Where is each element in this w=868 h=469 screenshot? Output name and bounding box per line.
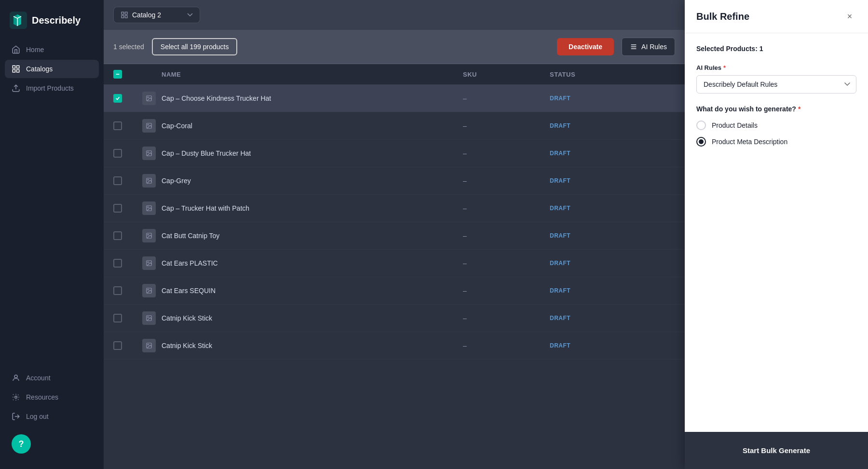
product-thumb-icon <box>146 122 152 129</box>
row-checkbox[interactable] <box>113 231 122 240</box>
row-status: DRAFT <box>550 287 637 294</box>
table-row[interactable]: Cat Butt Catnip Toy – DRAFT <box>104 222 685 250</box>
row-checkbox[interactable] <box>113 204 122 213</box>
row-thumb <box>142 147 162 160</box>
row-status: DRAFT <box>550 95 637 102</box>
row-status: DRAFT <box>550 315 637 322</box>
sidebar-item-account-label: Account <box>26 374 51 382</box>
row-thumb <box>142 174 162 188</box>
row-checkbox[interactable] <box>113 341 122 350</box>
generate-required: * <box>798 105 800 113</box>
ai-rules-label: AI Rules <box>641 43 667 51</box>
table-row[interactable]: Cap – Trucker Hat with Patch – DRAFT <box>104 195 685 222</box>
header-status: Status <box>550 71 637 78</box>
product-thumb-icon <box>146 95 152 102</box>
import-icon <box>12 84 20 93</box>
selected-products-info: Selected Products: 1 <box>696 45 856 53</box>
start-bulk-generate-button[interactable]: Start Bulk Generate <box>696 440 856 461</box>
sidebar-item-home-label: Home <box>26 46 44 54</box>
table-row[interactable]: Cat Ears SEQUIN – DRAFT <box>104 277 685 305</box>
row-checkbox-col <box>113 341 142 350</box>
product-thumb-icon <box>146 260 152 267</box>
row-checkbox[interactable] <box>113 121 122 130</box>
radio-option-product-details[interactable]: Product Details <box>696 121 856 130</box>
row-checkbox[interactable] <box>113 94 122 103</box>
table-row[interactable]: Cap-Grey – DRAFT <box>104 167 685 195</box>
select-all-button[interactable]: Select all 199 products <box>152 38 238 55</box>
row-checkbox-col <box>113 286 142 295</box>
svg-point-30 <box>148 262 149 263</box>
row-checkbox[interactable] <box>113 149 122 158</box>
row-checkbox[interactable] <box>113 259 122 268</box>
svg-rect-1 <box>13 66 15 68</box>
row-thumb <box>142 256 162 270</box>
logo: Describely <box>0 8 104 40</box>
panel-close-button[interactable]: × <box>843 10 856 23</box>
svg-point-32 <box>148 289 149 290</box>
svg-point-6 <box>14 375 17 378</box>
row-checkbox[interactable] <box>113 314 122 322</box>
radio-circle-product-details <box>696 121 706 130</box>
radio-option-meta-description[interactable]: Product Meta Description <box>696 137 856 147</box>
logo-icon <box>10 12 27 29</box>
sidebar-item-resources[interactable]: Resources <box>5 388 99 406</box>
table-row[interactable]: Catnip Kick Stick – DRAFT <box>104 305 685 332</box>
logo-text: Describely <box>32 15 81 26</box>
table-row[interactable]: Cap – Choose Kindness Trucker Hat – DRAF… <box>104 85 685 112</box>
product-thumb-icon <box>146 150 152 157</box>
sidebar-item-import-label: Import Products <box>26 84 74 92</box>
table-row[interactable]: Catnip Kick Stick – DRAFT <box>104 332 685 360</box>
row-sku: – <box>463 122 550 130</box>
support-button[interactable]: ? <box>12 434 31 454</box>
ai-rules-select[interactable]: Describely Default Rules <box>696 75 856 94</box>
sidebar-item-logout[interactable]: Log out <box>5 407 99 426</box>
row-checkbox[interactable] <box>113 286 122 295</box>
svg-point-18 <box>148 97 149 98</box>
chevron-down-icon <box>187 13 193 17</box>
svg-rect-10 <box>125 12 127 14</box>
table-row[interactable]: Cat Ears PLASTIC – DRAFT <box>104 250 685 277</box>
row-product-name: Cat Butt Catnip Toy <box>162 232 463 240</box>
header-name: Name <box>162 71 463 78</box>
table-body: Cap – Choose Kindness Trucker Hat – DRAF… <box>104 85 685 360</box>
row-status: DRAFT <box>550 232 637 239</box>
sidebar-item-catalogs[interactable]: Catalogs <box>5 60 99 78</box>
row-sku: – <box>463 342 550 349</box>
radio-label-product-details: Product Details <box>712 121 758 129</box>
logout-icon <box>12 412 20 421</box>
row-checkbox-col <box>113 149 142 158</box>
row-sku: – <box>463 149 550 157</box>
row-product-name: Cap – Trucker Hat with Patch <box>162 204 463 212</box>
toolbar: Catalog 2 <box>104 0 685 30</box>
sidebar-item-import-products[interactable]: Import Products <box>5 79 99 97</box>
catalogs-icon <box>12 65 20 73</box>
row-checkbox[interactable] <box>113 176 122 185</box>
table-header: Name SKU Status <box>104 64 685 85</box>
header-checkbox[interactable] <box>113 70 122 79</box>
sidebar-item-account[interactable]: Account <box>5 369 99 387</box>
catalog-selector[interactable]: Catalog 2 <box>113 7 200 23</box>
row-thumb <box>142 339 162 352</box>
row-sku: – <box>463 177 550 185</box>
ai-rules-button[interactable]: AI Rules <box>622 38 675 56</box>
row-thumb <box>142 311 162 325</box>
selected-products-count: 1 <box>760 45 763 53</box>
catalog-icon <box>121 11 128 19</box>
header-checkbox-col <box>113 70 142 79</box>
table-row[interactable]: Cap – Dusty Blue Trucker Hat – DRAFT <box>104 140 685 167</box>
resources-icon <box>12 393 20 402</box>
catalog-name: Catalog 2 <box>132 11 183 19</box>
sidebar-item-catalogs-label: Catalogs <box>26 65 53 73</box>
svg-rect-11 <box>122 15 124 18</box>
row-thumb <box>142 284 162 297</box>
radio-label-meta-description: Product Meta Description <box>712 138 787 146</box>
deactivate-button[interactable]: Deactivate <box>557 38 614 55</box>
row-product-name: Cap-Coral <box>162 122 463 130</box>
table-row[interactable]: Cap-Coral – DRAFT <box>104 112 685 140</box>
row-sku: – <box>463 232 550 240</box>
sidebar-item-home[interactable]: Home <box>5 40 99 59</box>
svg-point-7 <box>15 396 17 399</box>
svg-rect-12 <box>125 15 127 18</box>
svg-point-28 <box>148 234 149 235</box>
home-icon <box>12 45 20 54</box>
